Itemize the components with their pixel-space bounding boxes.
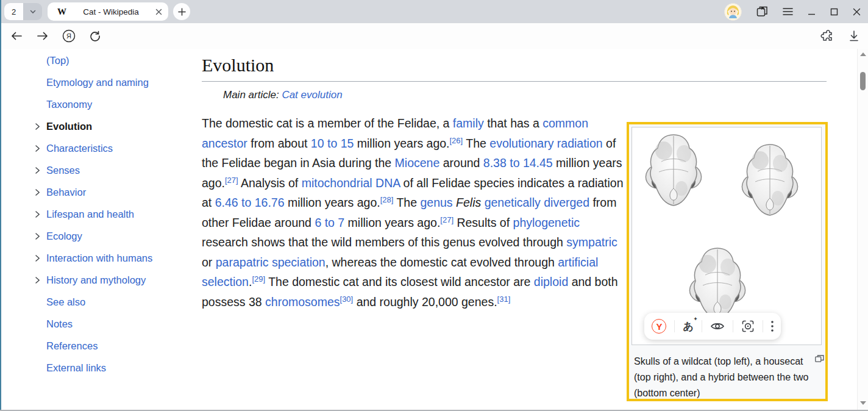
back-button[interactable] bbox=[9, 28, 24, 44]
chevron-right-icon[interactable] bbox=[34, 188, 46, 196]
sidebar-item-label[interactable]: References bbox=[46, 340, 98, 352]
tab-cat-wikipedia[interactable]: W Cat - Wikipedia bbox=[48, 2, 168, 21]
image-more-options-icon[interactable] bbox=[771, 321, 774, 332]
sidebar-item-references[interactable]: References bbox=[34, 335, 193, 357]
sidebar-item-external-links[interactable]: External links bbox=[34, 357, 193, 379]
yandex-logo-icon[interactable]: Y bbox=[652, 319, 666, 334]
yandex-start-icon[interactable]: Я bbox=[61, 28, 77, 44]
sidebar-item-label[interactable]: Characteristics bbox=[46, 143, 113, 154]
new-tab-button[interactable] bbox=[173, 3, 190, 20]
article-link[interactable]: evolutionary radiation bbox=[489, 137, 602, 150]
article-link[interactable]: mitochondrial DNA bbox=[302, 176, 400, 190]
scrollbar-thumb[interactable] bbox=[860, 72, 866, 90]
maximize-button[interactable] bbox=[830, 8, 838, 16]
sidebar-item-interaction-with-humans[interactable]: Interaction with humans bbox=[34, 247, 193, 269]
article-link[interactable]: family bbox=[453, 116, 484, 130]
downloads-icon[interactable] bbox=[846, 28, 862, 44]
section-heading: Evolution bbox=[202, 55, 827, 82]
article-link[interactable]: parapatric speciation bbox=[216, 256, 326, 269]
visual-search-icon[interactable] bbox=[741, 320, 755, 333]
vertical-scrollbar[interactable] bbox=[857, 49, 868, 410]
sidebar-item-label[interactable]: Ecology bbox=[46, 231, 82, 242]
reference-link[interactable]: [30] bbox=[340, 294, 354, 303]
article-text: from about bbox=[247, 137, 311, 150]
chevron-right-icon[interactable] bbox=[34, 232, 46, 240]
sidebar-item-see-also[interactable]: See also bbox=[34, 291, 193, 313]
hatnote: Main article: Cat evolution bbox=[223, 89, 827, 101]
reload-button[interactable] bbox=[87, 28, 103, 44]
reference-link[interactable]: [26] bbox=[450, 135, 463, 145]
sidebar-item-senses[interactable]: Senses bbox=[34, 159, 193, 181]
article-link[interactable]: sympatric bbox=[566, 235, 617, 249]
sidebar-item-ecology[interactable]: Ecology bbox=[34, 225, 193, 247]
article-text: The domestic cat is a member of the Feli… bbox=[202, 116, 453, 130]
article-text: million years ago. bbox=[354, 137, 449, 150]
sidebar-item-evolution[interactable]: Evolution bbox=[34, 115, 193, 137]
sidebar-item-label[interactable]: Evolution bbox=[46, 121, 92, 132]
menu-icon[interactable] bbox=[783, 7, 793, 16]
figure-caption: Skulls of a wildcat (top left), a housec… bbox=[629, 350, 828, 401]
sidebar-item-label[interactable]: External links bbox=[46, 362, 106, 374]
hatnote-link[interactable]: Cat evolution bbox=[282, 89, 342, 101]
article-link[interactable]: genus bbox=[420, 196, 452, 209]
sidebar-item-notes[interactable]: Notes bbox=[34, 313, 193, 335]
reference-link[interactable]: [28] bbox=[380, 195, 394, 204]
sidebar-item-history-and-mythology[interactable]: History and mythology bbox=[34, 269, 193, 291]
sidebar-item-label[interactable]: See also bbox=[46, 296, 85, 308]
sidebar-item-label[interactable]: Lifespan and health bbox=[46, 209, 134, 220]
article-link[interactable]: 6.46 to 16.76 bbox=[215, 196, 285, 209]
sidebar-item-taxonomy[interactable]: Taxonomy bbox=[34, 93, 193, 115]
article-link[interactable]: chromosomes bbox=[265, 295, 340, 309]
chevron-right-icon[interactable] bbox=[34, 145, 46, 152]
close-button[interactable] bbox=[853, 8, 861, 16]
preview-eye-icon[interactable] bbox=[710, 321, 725, 331]
sidebar-item-label[interactable]: Etymology and naming bbox=[46, 77, 149, 88]
sidebar-item-etymology-and-naming[interactable]: Etymology and naming bbox=[34, 71, 193, 93]
reference-link[interactable]: [29] bbox=[252, 274, 265, 284]
sidebar-item-label[interactable]: Notes bbox=[46, 318, 73, 330]
reference-link[interactable]: [27] bbox=[225, 175, 238, 184]
reference-link[interactable]: [31] bbox=[497, 294, 511, 303]
article-link[interactable]: phylogenetic bbox=[513, 216, 580, 229]
extensions-icon[interactable] bbox=[819, 28, 835, 44]
minimize-button[interactable] bbox=[808, 8, 816, 16]
article-link[interactable]: genetically diverged bbox=[485, 196, 589, 209]
article-link[interactable]: Miocene bbox=[395, 156, 440, 170]
chevron-right-icon[interactable] bbox=[34, 276, 46, 284]
sidebar-item-top[interactable]: (Top) bbox=[34, 49, 193, 71]
highlighted-figure[interactable]: Y あ✦ bbox=[627, 122, 828, 401]
article-link[interactable]: diploid bbox=[534, 275, 568, 288]
forward-button[interactable] bbox=[35, 28, 51, 44]
hatnote-prefix: Main article: bbox=[223, 89, 282, 101]
side-panel-icon[interactable] bbox=[756, 6, 768, 17]
tab-counter-button[interactable]: 2 bbox=[4, 3, 42, 20]
sidebar-item-label[interactable]: (Top) bbox=[46, 55, 69, 66]
article-link[interactable]: 8.38 to 14.45 bbox=[483, 156, 553, 170]
sidebar-item-lifespan-and-health[interactable]: Lifespan and health bbox=[34, 203, 193, 225]
skulls-image[interactable]: Y あ✦ bbox=[631, 127, 822, 345]
scroll-down-arrow[interactable] bbox=[860, 401, 866, 405]
svg-text:Я: Я bbox=[66, 32, 71, 40]
sidebar-item-behavior[interactable]: Behavior bbox=[34, 181, 193, 203]
article-link[interactable]: 6 to 7 bbox=[315, 216, 344, 229]
translate-image-icon[interactable]: あ✦ bbox=[683, 320, 693, 334]
enlarge-icon[interactable] bbox=[815, 355, 824, 362]
reference-link[interactable]: [27] bbox=[440, 215, 454, 224]
scroll-up-arrow[interactable] bbox=[860, 52, 866, 56]
sidebar-item-label[interactable]: Behavior bbox=[46, 187, 86, 198]
sidebar-item-label[interactable]: Interaction with humans bbox=[46, 252, 152, 264]
tab-close-icon[interactable] bbox=[155, 9, 162, 15]
chevron-right-icon[interactable] bbox=[34, 123, 46, 130]
sidebar-item-label[interactable]: History and mythology bbox=[46, 274, 146, 286]
chevron-down-icon[interactable] bbox=[23, 3, 42, 20]
article-link[interactable]: 10 to 15 bbox=[311, 137, 354, 150]
chevron-right-icon[interactable] bbox=[34, 210, 46, 218]
profile-avatar[interactable] bbox=[724, 3, 742, 21]
chevron-right-icon[interactable] bbox=[34, 254, 46, 262]
tab-count[interactable]: 2 bbox=[4, 3, 23, 20]
sidebar-item-label[interactable]: Taxonomy bbox=[46, 99, 92, 110]
caption-text: Skulls of a wildcat (top left), a housec… bbox=[634, 356, 808, 398]
sidebar-item-characteristics[interactable]: Characteristics bbox=[34, 137, 193, 159]
sidebar-item-label[interactable]: Senses bbox=[46, 165, 80, 176]
chevron-right-icon[interactable] bbox=[34, 166, 46, 174]
